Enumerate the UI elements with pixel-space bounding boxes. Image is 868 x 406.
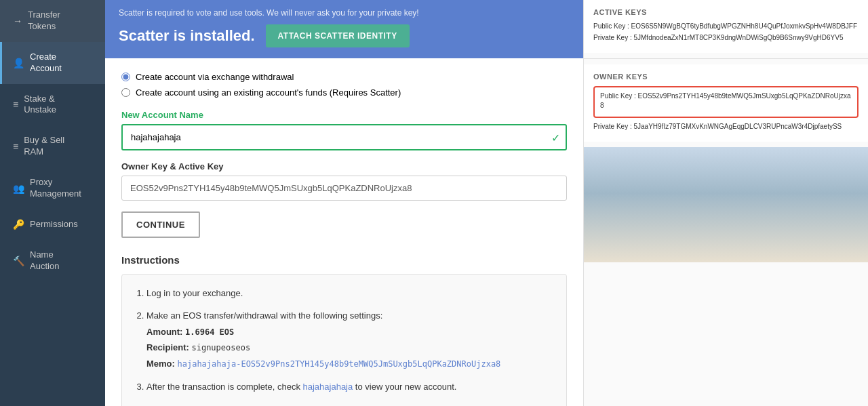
scatter-installed-row: Scatter is installed. ATTACH SCATTER IDE… xyxy=(119,24,570,47)
sidebar-item-label: ProxyManagement xyxy=(30,177,81,200)
sidebar-item-name-auction[interactable]: 🔨 NameAuction xyxy=(0,240,105,282)
sidebar-item-label: CreateAccount xyxy=(30,52,62,75)
owner-keys-title: OWNER KEYS xyxy=(593,73,859,81)
amount-label: Amount: xyxy=(146,327,185,337)
sidebar-item-label: NameAuction xyxy=(30,249,59,272)
active-keys-section: ACTIVE KEYS Public Key : EOS6S5N9WgBQT6t… xyxy=(584,0,868,53)
new-account-input[interactable] xyxy=(121,124,567,150)
owner-private-key: Private Key : 5JaaYH9fIz79TGMXvKnWNGAgEq… xyxy=(593,122,859,131)
recipient-label: Recipient: xyxy=(146,342,191,352)
background-image xyxy=(584,147,868,262)
account-link[interactable]: hajahajahaja xyxy=(303,382,353,392)
new-account-label: New Account Name xyxy=(121,110,567,120)
sidebar-item-label: Permissions xyxy=(30,219,78,230)
instruction-step-1: Log in to your exchange. xyxy=(146,285,553,301)
owner-key-input-wrapper xyxy=(121,176,567,201)
checkmark-icon: ✓ xyxy=(551,131,560,144)
sidebar-item-label: Buy & SellRAM xyxy=(24,135,64,158)
sidebar-item-transfer-tokens[interactable]: → TransferTokens xyxy=(0,0,105,42)
sidebar-item-label: TransferTokens xyxy=(28,9,60,33)
active-private-key: Private Key : 5JMfdnodeaZxN1rMT8CP3K9dng… xyxy=(593,33,859,43)
instructions-box: Log in to your exchange. Make an EOS tra… xyxy=(121,274,567,406)
transfer-icon: → xyxy=(13,16,22,26)
sidebar-item-permissions[interactable]: 🔑 Permissions xyxy=(0,209,105,240)
scatter-banner: Scatter is required to vote and use tool… xyxy=(105,0,583,58)
auction-icon: 🔨 xyxy=(13,256,24,266)
sidebar-item-buy-sell-ram[interactable]: ≡ Buy & SellRAM xyxy=(0,125,105,167)
owner-key-highlighted: Public Key : EOS52v9Pns2TYH145y48b9teMWQ… xyxy=(593,86,859,118)
form-content: Create account via exchange withdrawal C… xyxy=(105,58,583,406)
user-icon: 👤 xyxy=(13,58,24,68)
owner-key-input[interactable] xyxy=(121,176,567,201)
owner-keys-section: OWNER KEYS Public Key : EOS52v9Pns2TYH14… xyxy=(584,64,868,142)
stake-icon: ≡ xyxy=(13,99,18,110)
memo-label: Memo: xyxy=(146,359,178,369)
memo-value: hajahajahaja-EOS52v9Pns2TYH145y48b9teMWQ… xyxy=(178,359,501,369)
owner-key-label: Owner Key & Active Key xyxy=(121,161,567,171)
instruction-3-before: After the transaction is complete, check xyxy=(146,382,303,392)
radio-group: Create account via exchange withdrawal C… xyxy=(121,72,567,98)
scatter-installed-text: Scatter is installed. xyxy=(119,27,255,45)
radio-existing-input[interactable] xyxy=(121,88,130,97)
radio-exchange-label: Create account via exchange withdrawal xyxy=(136,72,294,82)
new-account-input-wrapper: ✓ xyxy=(121,124,567,150)
sidebar-item-proxy-management[interactable]: 👥 ProxyManagement xyxy=(0,167,105,209)
radio-exchange[interactable]: Create account via exchange withdrawal xyxy=(121,72,567,82)
owner-public-key: Public Key : EOS52v9Pns2TYH145y48b9teMWQ… xyxy=(600,92,852,110)
instructions-section: Instructions Log in to your exchange. Ma… xyxy=(121,254,567,406)
main-content: Scatter is required to vote and use tool… xyxy=(105,0,583,406)
proxy-icon: 👥 xyxy=(13,183,24,194)
instruction-step-2: Make an EOS transfer/withdrawal with the… xyxy=(146,308,553,371)
instruction-3-after: to view your new account. xyxy=(353,382,456,392)
sidebar: → TransferTokens 👤 CreateAccount ≡ Stake… xyxy=(0,0,105,406)
instruction-1-text: Log in to your exchange. xyxy=(146,288,243,298)
attach-scatter-button[interactable]: ATTACH SCATTER IDENTITY xyxy=(266,24,410,47)
radio-exchange-input[interactable] xyxy=(121,73,130,81)
continue-button[interactable]: CONTINUE xyxy=(121,211,200,238)
instructions-title: Instructions xyxy=(121,254,567,266)
key-icon: 🔑 xyxy=(13,219,24,230)
ram-icon: ≡ xyxy=(13,141,18,152)
active-keys-title: ACTIVE KEYS xyxy=(593,8,859,16)
amount-value: 1.6964 EOS xyxy=(185,327,234,337)
radio-existing-label: Create account using an existing account… xyxy=(136,87,401,98)
active-public-key: Public Key : EOS6S5N9WgBQT6tyBdfubgWPGZN… xyxy=(593,22,859,31)
right-panel: ACTIVE KEYS Public Key : EOS6S5N9WgBQT6t… xyxy=(583,0,868,406)
instruction-2-text: Make an EOS transfer/withdrawal with the… xyxy=(146,310,382,321)
sidebar-item-label: Stake &Unstake xyxy=(24,94,56,117)
sidebar-item-create-account[interactable]: 👤 CreateAccount xyxy=(0,42,105,84)
owner-key-field-group: Owner Key & Active Key xyxy=(121,161,567,201)
radio-existing[interactable]: Create account using an existing account… xyxy=(121,87,567,98)
recipient-value: signupeoseos xyxy=(191,343,250,352)
instruction-step-3: After the transaction is complete, check… xyxy=(146,379,553,394)
scatter-notice-text: Scatter is required to vote and use tool… xyxy=(119,8,570,18)
sidebar-item-stake-unstake[interactable]: ≡ Stake &Unstake xyxy=(0,84,105,126)
new-account-field-group: New Account Name ✓ xyxy=(121,110,567,150)
